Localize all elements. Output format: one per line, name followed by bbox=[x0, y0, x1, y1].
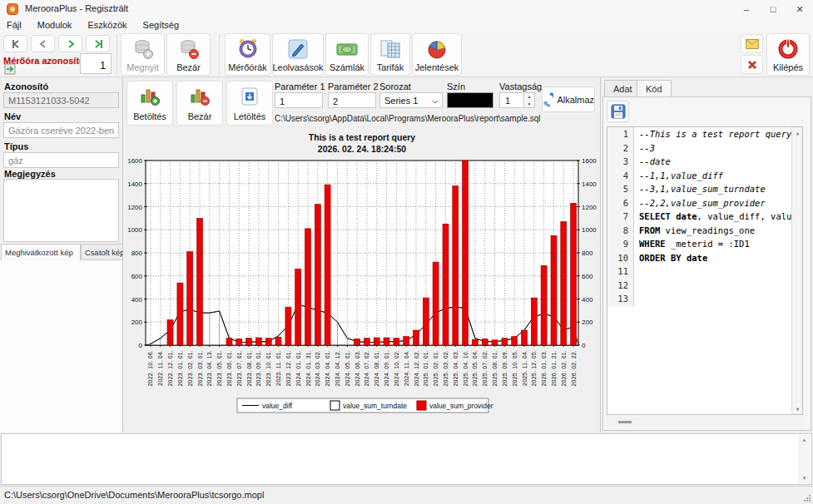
close-database-icon bbox=[178, 38, 200, 60]
goto-record-icon[interactable] bbox=[4, 63, 16, 77]
status-bar: C:\Users\csorg\OneDrive\Documents\Meroor… bbox=[0, 486, 813, 504]
download-report-button[interactable]: Letöltés bbox=[226, 81, 273, 126]
note-field[interactable] bbox=[3, 179, 119, 242]
close-record-button[interactable]: Bezár bbox=[166, 33, 211, 76]
log-panel: ▲ ▼ bbox=[1, 433, 812, 485]
last-record-icon bbox=[92, 39, 104, 49]
name-field[interactable]: Gázóra cseréve 2022-ben bbox=[3, 122, 119, 138]
color-label: Szín bbox=[447, 82, 465, 91]
code-line: 12 bbox=[607, 279, 802, 293]
svg-text:2024. 03. 02.: 2024. 03. 02. bbox=[315, 350, 320, 386]
open-button-label: Megnyit bbox=[126, 62, 159, 72]
svg-text:1000: 1000 bbox=[127, 226, 142, 234]
next-record-icon bbox=[66, 39, 76, 49]
reports-button[interactable]: Jelentések bbox=[412, 33, 462, 76]
svg-text:2023. 07. 01.: 2023. 07. 01. bbox=[236, 350, 242, 386]
menu-help[interactable]: Segítség bbox=[136, 18, 186, 32]
editor-vscrollbar[interactable]: ▲ ▼ bbox=[791, 127, 802, 414]
alarm-clock-icon bbox=[237, 38, 259, 60]
editor-hscrollbar[interactable] bbox=[607, 417, 803, 427]
menu-tools[interactable]: Eszközök bbox=[81, 18, 133, 32]
editor-hscroll-thumb[interactable] bbox=[618, 421, 632, 423]
close-record-button-label: Bezár bbox=[176, 62, 201, 72]
svg-text:400: 400 bbox=[582, 296, 593, 304]
svg-text:2023. 05. 01.: 2023. 05. 01. bbox=[216, 350, 222, 386]
param1-label: Paraméter 1 bbox=[275, 82, 325, 91]
type-field[interactable]: gáz bbox=[3, 152, 119, 168]
pie-chart-icon bbox=[426, 38, 448, 60]
svg-text:2023. 10. 01.: 2023. 10. 01. bbox=[265, 350, 271, 386]
menu-modules[interactable]: Modulok bbox=[31, 18, 79, 32]
spreadsheet-icon bbox=[379, 38, 401, 60]
nav-next-button[interactable] bbox=[58, 35, 82, 52]
image-preview-area bbox=[0, 260, 122, 432]
code-line: 8FROM view_readings_one bbox=[607, 224, 802, 238]
minimize-button[interactable]: – bbox=[733, 0, 760, 18]
width-label: Vastagság bbox=[499, 82, 542, 91]
svg-text:2026. 02. 22.: 2026. 02. 22. bbox=[571, 350, 577, 386]
load-report-label: Betöltés bbox=[133, 111, 166, 121]
svg-text:2025. 11. 04.: 2025. 11. 04. bbox=[522, 350, 528, 386]
svg-text:2024. 04. 01.: 2024. 04. 01. bbox=[325, 350, 330, 386]
width-stepper-arrows[interactable]: ▲▼ bbox=[524, 92, 535, 108]
save-query-button[interactable] bbox=[607, 101, 629, 122]
tab-referenced-image[interactable]: Meghivatkozott kép bbox=[1, 244, 81, 260]
param1-input[interactable] bbox=[275, 92, 323, 108]
series-select[interactable]: Series 1 bbox=[379, 92, 443, 108]
menu-file[interactable]: Fájl bbox=[0, 18, 28, 32]
log-scroll-down-icon[interactable]: ▼ bbox=[798, 476, 811, 481]
tariffs-button[interactable]: Tarifák bbox=[370, 33, 410, 76]
svg-text:2023. 04. 13.: 2023. 04. 13. bbox=[206, 350, 212, 386]
scroll-up-icon[interactable]: ▲ bbox=[792, 130, 803, 136]
save-icon bbox=[611, 104, 626, 119]
tab-data[interactable]: Adat bbox=[604, 80, 642, 97]
apply-button[interactable]: Alkalmaz bbox=[542, 86, 595, 112]
color-swatch[interactable] bbox=[447, 92, 493, 108]
code-line: 6--2,2,value_sum_provider bbox=[607, 196, 802, 210]
pencil-icon bbox=[287, 38, 309, 60]
nav-first-button[interactable] bbox=[3, 35, 27, 52]
nav-last-button[interactable] bbox=[86, 35, 110, 52]
resize-grip[interactable] bbox=[803, 494, 811, 502]
readings-button[interactable]: Leolvasások bbox=[272, 33, 324, 76]
load-report-button[interactable]: Betöltés bbox=[126, 81, 173, 126]
width-stepper[interactable]: 1 bbox=[499, 92, 524, 108]
series-label: Sorozat bbox=[379, 82, 411, 91]
svg-text:2024. 06. 03.: 2024. 06. 03. bbox=[354, 350, 360, 386]
open-button[interactable]: Megnyit bbox=[121, 33, 165, 76]
svg-text:2024. 10. 02.: 2024. 10. 02. bbox=[394, 350, 399, 386]
scroll-down-icon[interactable]: ▼ bbox=[792, 406, 803, 412]
mail-button[interactable] bbox=[741, 34, 763, 53]
svg-text:2024. 07. 02.: 2024. 07. 02. bbox=[364, 350, 369, 386]
record-number-input[interactable] bbox=[80, 53, 112, 74]
code-line: 1--This is a test report query bbox=[607, 127, 802, 141]
app-window: MerooraPlus - Regisztrált – □ ✕ Fájl Mod… bbox=[0, 0, 813, 504]
close-button[interactable]: ✕ bbox=[786, 0, 813, 18]
reports-button-label: Jelentések bbox=[415, 62, 459, 72]
svg-text:value_diff: value_diff bbox=[262, 402, 293, 410]
chevron-down-icon bbox=[432, 100, 439, 104]
status-file-path: C:\Users\csorg\OneDrive\Documents\Meroor… bbox=[4, 490, 264, 500]
chart-add-icon bbox=[139, 86, 161, 106]
cancel-button[interactable] bbox=[741, 55, 763, 74]
maximize-button[interactable]: □ bbox=[760, 0, 786, 18]
banknote-icon bbox=[335, 38, 359, 60]
svg-text:200: 200 bbox=[582, 319, 593, 326]
readings-button-label: Leolvasások bbox=[272, 62, 323, 72]
id-label: Azonosító bbox=[4, 82, 48, 91]
log-vscrollbar[interactable]: ▲ ▼ bbox=[798, 435, 811, 483]
tab-attached-image[interactable]: Csatolt kép bbox=[81, 244, 123, 260]
code-line: 3--date bbox=[607, 155, 802, 169]
log-scroll-up-icon[interactable]: ▲ bbox=[798, 437, 811, 442]
svg-text:1400: 1400 bbox=[582, 180, 597, 188]
exit-button[interactable]: Kilépés bbox=[766, 33, 810, 76]
svg-text:1600: 1600 bbox=[127, 157, 142, 165]
param2-input[interactable] bbox=[328, 92, 376, 108]
close-report-button[interactable]: Bezár bbox=[176, 81, 223, 126]
sql-editor[interactable]: 1--This is a test report query2--33--dat… bbox=[607, 126, 803, 415]
tab-code[interactable]: Kód bbox=[637, 80, 672, 97]
bills-button[interactable]: Számlák bbox=[325, 33, 369, 76]
svg-text:2024. 12. 02.: 2024. 12. 02. bbox=[414, 350, 419, 386]
nav-prev-button[interactable] bbox=[31, 35, 55, 52]
meters-button[interactable]: Mérőórák bbox=[225, 33, 270, 76]
